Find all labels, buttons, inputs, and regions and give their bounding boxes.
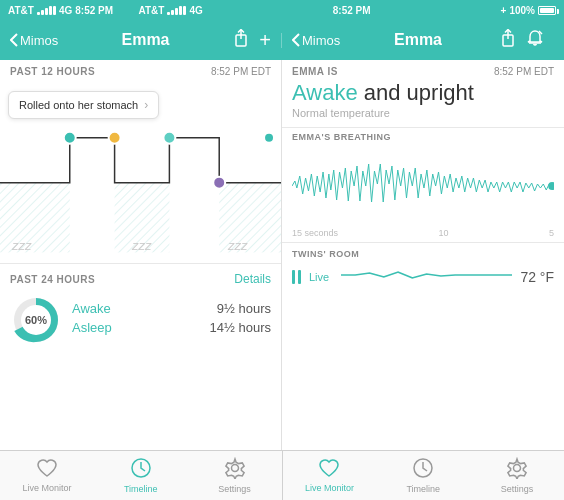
status-upright: and upright [364,80,474,105]
stats-header: PAST 24 HOURS Details [10,272,271,286]
main-content: PAST 12 HOURS 8:52 PM EDT Rolled onto he… [0,60,564,450]
tab-section-right: Live Monitor Timeline Settings [283,451,565,500]
svg-point-8 [64,132,76,144]
status-awake: Awake [292,80,358,105]
stats-row: 60% Awake 9½ hours Asleep 14½ hours [10,294,271,346]
status-bar-left: AT&T 4G 8:52 PM AT&T 4G [8,5,203,16]
signal-dots-left [37,6,56,15]
stats-details-link[interactable]: Details [234,272,271,286]
signal-dots-right-a [167,6,186,15]
time-left: 8:52 PM [75,5,113,16]
tab-live-monitor-right[interactable]: Live Monitor [283,451,377,500]
left-panel: PAST 12 HOURS 8:52 PM EDT Rolled onto he… [0,60,282,450]
pause-bar-1 [292,270,295,284]
tab-live-monitor-left[interactable]: Live Monitor [0,451,94,500]
nav-bar: Mimos Emma + Mimos Emma [0,20,564,60]
time-label-left: 15 seconds [292,228,338,238]
bell-icon-right[interactable] [526,29,544,51]
live-monitor-icon-right [318,458,340,481]
tooltip-text: Rolled onto her stomach [19,99,138,111]
bluetooth-icon: + [501,5,507,16]
status-bar-right: + 100% [501,5,556,16]
asleep-stat: Asleep 14½ hours [72,320,271,335]
nav-section-right: Mimos Emma [282,33,554,48]
breathing-label: EMMA'S BREATHING [292,132,554,142]
tab-bar: Live Monitor Timeline Settings [0,450,564,500]
tab-timeline-right[interactable]: Timeline [376,451,470,500]
nav-back-left[interactable]: Mimos [10,33,58,48]
pie-label: 60% [10,294,62,346]
twins-wave [341,265,512,289]
nav-icons-left: + [233,29,271,52]
stats-data: Awake 9½ hours Asleep 14½ hours [72,301,271,339]
pause-bar-2 [298,270,301,284]
status-bar: AT&T 4G 8:52 PM AT&T 4G 8:52 PM + 100% [0,0,564,20]
tab-label-timeline-left: Timeline [124,484,158,494]
tab-label-settings-right: Settings [501,484,534,494]
chart-tooltip: Rolled onto her stomach › [8,91,159,119]
timeline-chart: Rolled onto her stomach › [0,83,281,263]
add-icon-left[interactable]: + [259,29,271,52]
zzz-label-2: zzz [132,238,152,253]
emma-is-label: EMMA IS [292,66,338,77]
zzz-label-3: zzz [228,238,248,253]
tab-label-timeline-right: Timeline [406,484,440,494]
zzz-label-1: zzz [12,238,32,253]
awake-stat: Awake 9½ hours [72,301,271,316]
nav-icons-right [500,29,544,51]
nav-back-right[interactable]: Mimos [292,33,340,48]
time-label-mid: 10 [439,228,449,238]
tab-label-settings-left: Settings [218,484,251,494]
tab-settings-right[interactable]: Settings [470,451,564,500]
share-icon-left[interactable] [233,29,249,51]
right-panel: EMMA IS 8:52 PM EDT Awake and upright No… [282,60,564,450]
nav-section-left: Mimos Emma + [10,33,282,48]
left-header-time: 8:52 PM EDT [211,66,271,77]
tab-label-live-left: Live Monitor [22,483,71,493]
emma-is-section: EMMA IS 8:52 PM EDT Awake and upright No… [282,60,564,127]
network-left: 4G [59,5,72,16]
tab-section-left: Live Monitor Timeline Settings [0,451,283,500]
tab-timeline-left[interactable]: Timeline [94,451,188,500]
breathing-chart [292,146,554,226]
svg-point-19 [514,465,521,472]
svg-point-12 [264,133,274,143]
live-label: Live [309,271,329,283]
svg-point-10 [163,132,175,144]
asleep-value: 14½ hours [210,320,271,335]
awake-value: 9½ hours [217,301,271,316]
share-icon-right[interactable] [500,29,516,51]
timeline-icon-left [130,457,152,482]
nav-title-left: Emma [121,31,169,49]
twins-label: TWINS' ROOM [292,249,554,259]
pause-icon[interactable] [292,270,301,284]
left-header-label: PAST 12 HOURS [10,66,95,77]
emma-is-time: 8:52 PM EDT [494,66,554,77]
network-right-a: 4G [189,5,202,16]
carrier-left: AT&T [8,5,34,16]
time-label-right: 5 [549,228,554,238]
svg-point-17 [231,465,238,472]
svg-point-9 [109,132,121,144]
carrier-right-a: AT&T [139,5,165,16]
svg-point-11 [213,177,225,189]
pie-chart: 60% [10,294,62,346]
status-bar-center: 8:52 PM [333,5,371,16]
emma-status-sub: Normal temperature [292,107,554,119]
twins-temp: 72 °F [520,269,554,285]
live-monitor-icon-left [36,458,58,481]
nav-title-right: Emma [394,31,442,49]
battery-icon [538,6,556,15]
twins-row: Live 72 °F [292,265,554,289]
tab-settings-left[interactable]: Settings [188,451,282,500]
left-panel-header: PAST 12 HOURS 8:52 PM EDT [0,60,281,83]
stats-section: PAST 24 HOURS Details 60% [0,263,281,354]
svg-rect-5 [0,183,70,253]
twins-section: TWINS' ROOM Live 72 °F [282,242,564,295]
tooltip-arrow: › [144,98,148,112]
asleep-label: Asleep [72,320,112,335]
breathing-section: EMMA'S BREATHING 15 [282,127,564,242]
timeline-icon-right [412,457,434,482]
awake-label: Awake [72,301,111,316]
breathing-time-labels: 15 seconds 10 5 [292,228,554,238]
